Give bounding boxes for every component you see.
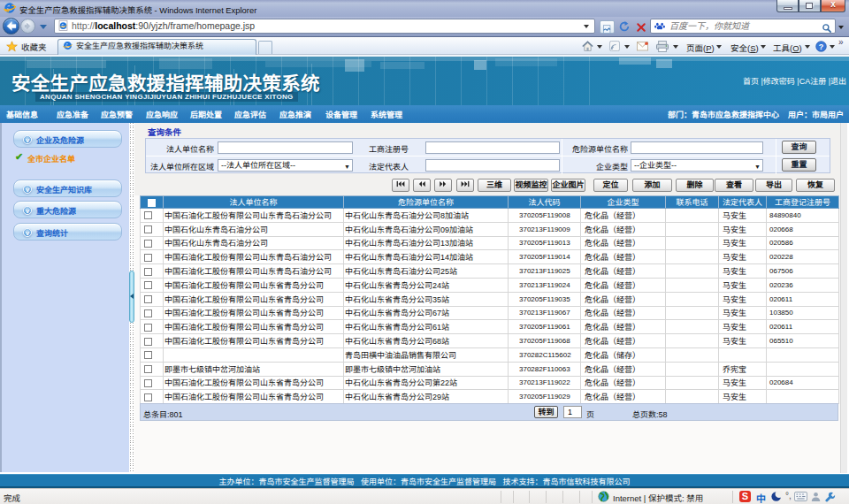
svg-text:?: ?: [819, 42, 823, 51]
